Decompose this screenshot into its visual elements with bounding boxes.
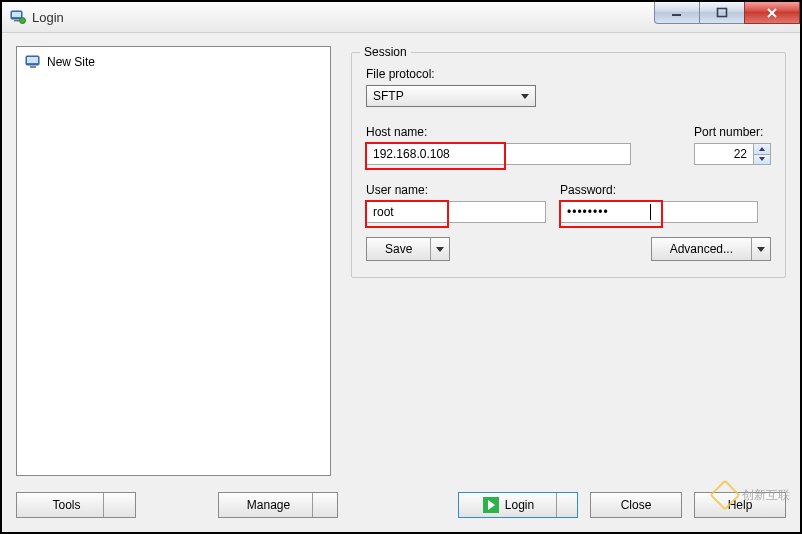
host-input[interactable] xyxy=(366,143,631,165)
host-label: Host name: xyxy=(366,125,680,139)
svg-rect-2 xyxy=(14,20,19,22)
save-button-label: Save xyxy=(367,242,430,256)
session-panel: Session File protocol: SFTP Host name: xyxy=(351,46,786,476)
close-label: Close xyxy=(621,498,652,512)
caret-down-icon xyxy=(759,157,765,161)
chevron-down-icon xyxy=(436,247,444,252)
manage-label: Manage xyxy=(225,498,312,512)
svg-rect-5 xyxy=(718,8,727,16)
password-input[interactable] xyxy=(560,201,758,223)
password-label: Password: xyxy=(560,183,758,197)
manage-dropdown[interactable] xyxy=(312,493,331,517)
svg-rect-4 xyxy=(672,14,681,16)
session-legend: Session xyxy=(360,45,411,59)
protocol-select[interactable]: SFTP xyxy=(366,85,536,107)
login-icon xyxy=(483,497,499,513)
window-controls xyxy=(655,2,800,24)
chevron-down-icon xyxy=(521,94,529,99)
app-icon xyxy=(10,9,26,25)
save-dropdown[interactable] xyxy=(430,238,449,260)
login-button[interactable]: Login xyxy=(458,492,578,518)
manage-button[interactable]: Manage xyxy=(218,492,338,518)
svg-point-3 xyxy=(20,18,26,24)
port-spinner[interactable] xyxy=(754,143,771,165)
titlebar: Login xyxy=(2,2,800,33)
tools-dropdown[interactable] xyxy=(103,493,122,517)
close-window-button[interactable] xyxy=(744,2,800,24)
spin-down-button[interactable] xyxy=(754,155,770,165)
maximize-button[interactable] xyxy=(699,2,745,24)
watermark: 创新互联 xyxy=(714,484,790,506)
advanced-dropdown[interactable] xyxy=(751,238,770,260)
text-caret xyxy=(650,204,651,220)
chevron-down-icon xyxy=(757,247,765,252)
protocol-value: SFTP xyxy=(373,89,404,103)
svg-rect-8 xyxy=(30,66,36,68)
svg-rect-7 xyxy=(27,57,38,63)
window-title: Login xyxy=(32,10,64,25)
advanced-button-label: Advanced... xyxy=(652,242,751,256)
close-button[interactable]: Close xyxy=(590,492,682,518)
watermark-text: 创新互联 xyxy=(742,487,790,504)
svg-rect-1 xyxy=(12,12,21,17)
caret-up-icon xyxy=(759,147,765,151)
user-input[interactable] xyxy=(366,201,546,223)
watermark-logo-icon xyxy=(709,479,740,510)
user-label: User name: xyxy=(366,183,546,197)
spin-up-button[interactable] xyxy=(754,144,770,155)
monitor-icon xyxy=(25,54,41,70)
login-window: Login xyxy=(0,0,802,534)
client-area: New Site Session File protocol: SFTP Hos… xyxy=(2,32,800,532)
site-tree-item[interactable]: New Site xyxy=(23,53,324,71)
session-group: Session File protocol: SFTP Host name: xyxy=(351,52,786,278)
tools-label: Tools xyxy=(30,498,102,512)
advanced-button[interactable]: Advanced... xyxy=(651,237,771,261)
port-input[interactable] xyxy=(694,143,754,165)
minimize-button[interactable] xyxy=(654,2,700,24)
tools-button[interactable]: Tools xyxy=(16,492,136,518)
save-button[interactable]: Save xyxy=(366,237,450,261)
protocol-label: File protocol: xyxy=(366,67,771,81)
site-tree[interactable]: New Site xyxy=(16,46,331,476)
site-tree-item-label: New Site xyxy=(47,55,95,69)
login-dropdown[interactable] xyxy=(556,493,575,517)
port-label: Port number: xyxy=(694,125,771,139)
footer-actions: Tools Manage Login Close Help xyxy=(16,492,786,518)
login-label: Login xyxy=(505,498,534,512)
